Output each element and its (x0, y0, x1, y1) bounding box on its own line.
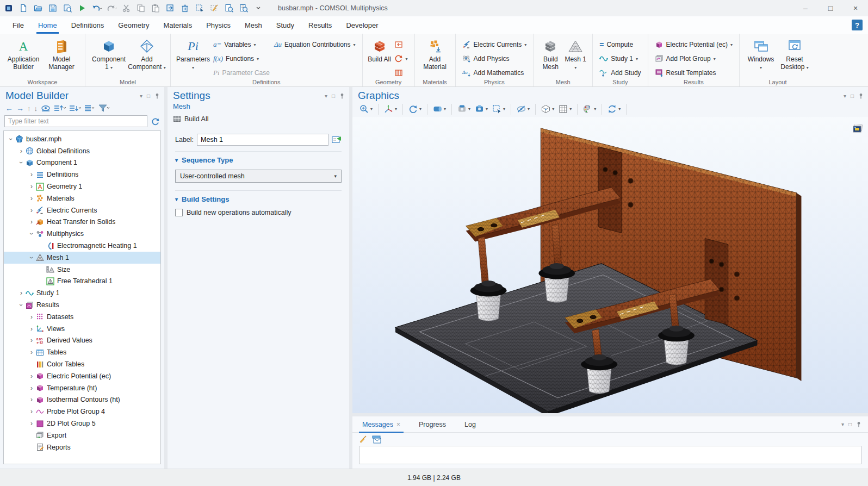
tree-item-electric-potential-ec[interactable]: ›Electric Potential (ec) (4, 370, 160, 382)
scene-light-button[interactable]: ▾ (456, 103, 472, 115)
sequence-type-select[interactable]: User-controlled mesh▾ (175, 170, 342, 183)
study-1-button[interactable]: Study 1▾ (597, 52, 643, 65)
tree-item-heat-transfer-in-solids[interactable]: ›Heat Transfer in Solids (4, 216, 160, 228)
node-group-icon[interactable] (84, 104, 95, 112)
paste-icon[interactable] (150, 3, 161, 14)
build-settings-heading[interactable]: ▾Build Settings (175, 195, 342, 203)
tree-item-definitions[interactable]: ›Definitions (4, 169, 160, 180)
graphics-canvas[interactable] (352, 117, 868, 413)
tree-caret-icon[interactable]: › (28, 207, 35, 214)
save-icon[interactable] (47, 3, 58, 14)
insert-sequence-button[interactable] (392, 38, 410, 51)
tree-item-color-tables[interactable]: Color Tables (4, 358, 160, 370)
rebuild-button[interactable]: ▾ (392, 52, 410, 65)
select-frame-button[interactable]: ▾ (491, 103, 507, 115)
build-new-operations-checkbox[interactable] (175, 209, 183, 216)
refresh-filter-icon[interactable] (151, 117, 160, 126)
tree-item-electric-currents[interactable]: ›+Electric Currents (4, 204, 160, 216)
tree-caret-icon[interactable]: › (17, 159, 25, 166)
tree-caret-icon[interactable]: › (28, 384, 35, 392)
edit-label-icon[interactable] (332, 135, 342, 144)
tab-progress[interactable]: Progress (416, 416, 449, 433)
tab-home[interactable]: Home (31, 16, 64, 34)
electric-currents-button[interactable]: +Electric Currents▾ (460, 38, 529, 51)
app-icon[interactable] (3, 3, 14, 14)
delete-icon[interactable] (179, 3, 190, 14)
tree-item-2d-plot-group-5[interactable]: ›2D Plot Group 5 (4, 418, 160, 429)
add-physics-button[interactable]: Add Physics (460, 52, 529, 65)
tree-caret-icon[interactable]: › (28, 396, 35, 403)
new-file-icon[interactable] (18, 3, 29, 14)
panel-menu-icon[interactable]: ▾ (841, 421, 844, 427)
redo-icon[interactable] (106, 3, 117, 14)
tree-item-isothermal-contours-ht[interactable]: ›Isothermal Contours (ht) (4, 394, 160, 406)
float-panel-icon[interactable]: □ (848, 421, 852, 427)
expand-tree-icon[interactable] (54, 104, 66, 112)
virtual-operations-button[interactable] (392, 66, 410, 79)
tree-caret-icon[interactable]: › (28, 337, 35, 344)
component-1-button[interactable]: Component 1 ▾ (90, 37, 128, 71)
tree-caret-icon[interactable]: › (28, 171, 35, 178)
float-panel-icon[interactable]: □ (147, 93, 150, 99)
color-theme-button[interactable]: ▾ (581, 103, 598, 115)
result-templates-button[interactable]: Result Templates (653, 66, 735, 79)
pin-icon[interactable] (154, 93, 160, 99)
tree-item-component-1[interactable]: ›Component 1 (4, 157, 160, 169)
tree-caret-icon[interactable]: › (28, 325, 35, 333)
functions-button[interactable]: f(x)Functions▾ (211, 52, 272, 65)
equation-contributions-button[interactable]: ΔuEquation Contributions▾ (272, 38, 358, 51)
add-mathematics-button[interactable]: ΔuAdd Mathematics (460, 66, 529, 79)
back-icon[interactable]: ← (5, 104, 13, 113)
tree-item-mesh-1[interactable]: ›Mesh 1 (4, 252, 160, 264)
model-manager-button[interactable]: Model Manager (42, 37, 80, 71)
tree-item-electromagnetic-heating-1[interactable]: Electromagnetic Heating 1 (4, 240, 160, 252)
tree-item-multiphysics[interactable]: ›Multiphysics (4, 228, 160, 240)
tree-caret-icon[interactable]: › (7, 135, 15, 143)
tree-caret-icon[interactable]: › (28, 254, 35, 261)
collapse-tree-icon[interactable] (69, 104, 81, 112)
view-3d-button[interactable]: ▾ (431, 103, 448, 115)
build-mesh-button[interactable]: Build Mesh (538, 37, 563, 71)
tree-caret-icon[interactable]: › (17, 147, 25, 155)
mesh-1-button[interactable]: Mesh 1 ▾ (563, 37, 588, 71)
electric-potential-button[interactable]: Electric Potential (ec)▾ (653, 38, 735, 51)
show-icon[interactable] (41, 104, 51, 112)
move-down-icon[interactable]: ↓ (34, 104, 38, 113)
close-tab-icon[interactable]: × (396, 421, 400, 428)
forward-icon[interactable]: → (16, 104, 24, 113)
tab-results[interactable]: Results (301, 16, 339, 34)
tree-item-results[interactable]: ›Results (4, 299, 160, 311)
float-panel-icon[interactable]: □ (851, 93, 854, 99)
tree-item-materials[interactable]: ›Materials (4, 192, 160, 204)
tree-caret-icon[interactable]: › (28, 408, 35, 415)
float-panel-icon[interactable]: □ (332, 93, 335, 99)
tree-caret-icon[interactable]: › (28, 372, 35, 380)
tree-item-free-tetrahedral-1[interactable]: Free Tetrahedral 1 (4, 276, 160, 288)
filter-icon[interactable] (98, 104, 110, 112)
tree-item-views[interactable]: ›Views (4, 323, 160, 335)
wireframe-button[interactable]: ▾ (540, 103, 556, 115)
tree-item-reports[interactable]: Reports (4, 441, 160, 453)
tree-caret-icon[interactable]: › (17, 301, 25, 309)
pin-icon[interactable] (858, 93, 864, 99)
tab-mesh[interactable]: Mesh (238, 16, 269, 34)
go-to-view-button[interactable]: ▾ (382, 103, 399, 115)
select-box-icon[interactable] (194, 3, 205, 14)
tree-caret-icon[interactable]: › (28, 230, 35, 238)
label-input[interactable] (197, 134, 328, 146)
tab-materials[interactable]: Materials (156, 16, 199, 34)
zoom-button[interactable]: ▾ (358, 103, 374, 115)
tab-log[interactable]: Log (461, 416, 479, 433)
move-up-icon[interactable]: ↑ (27, 104, 31, 113)
plot-snapshot-icon[interactable] (853, 124, 863, 133)
pin-icon[interactable] (856, 421, 861, 427)
tree-item-size[interactable]: Size (4, 264, 160, 276)
parameter-case-button[interactable]: PiParameter Case (211, 66, 272, 79)
cut-icon[interactable] (121, 3, 132, 14)
reset-desktop-button[interactable]: Reset Desktop ▾ (778, 37, 811, 71)
help-button[interactable]: ? (852, 20, 863, 30)
tree-item-tables[interactable]: ›Tables (4, 346, 160, 358)
rotate-button[interactable]: ▾ (407, 103, 423, 115)
tree-caret-icon[interactable]: › (28, 218, 35, 226)
filter-input[interactable] (4, 115, 147, 127)
